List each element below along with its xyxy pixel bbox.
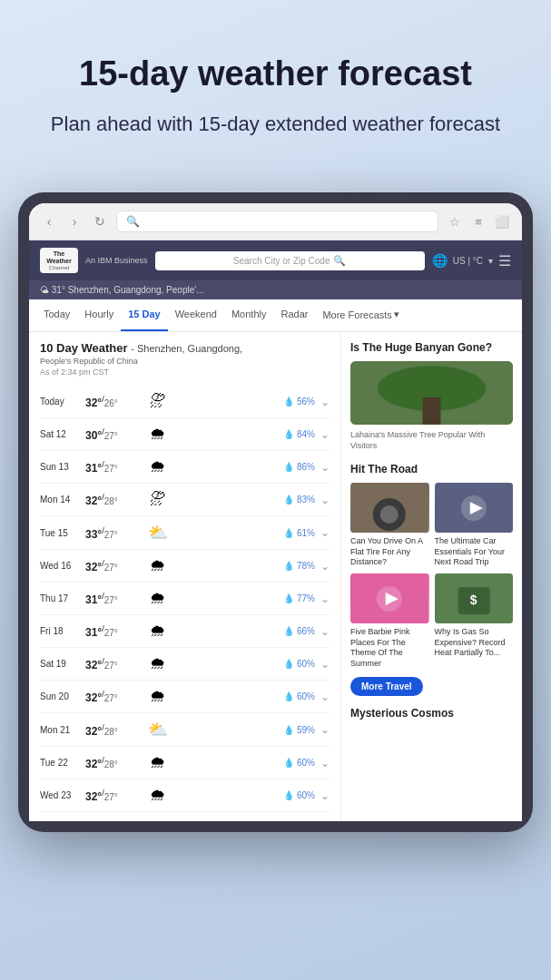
forecast-row-wed23[interactable]: Wed 23 32°/27° 🌧 💧 60% ⌄ [40,779,330,812]
hero-section: 15-day weather forecast Plan ahead with … [0,0,551,165]
tab-more-forecasts[interactable]: More Forecasts ▾ [315,299,406,331]
forecast-day-label: Tue 22 [40,758,80,768]
forecast-row-fri18[interactable]: Fri 18 31°/27° 🌧 💧 66% ⌄ [40,615,330,648]
locale-dropdown-icon[interactable]: ▾ [488,256,493,266]
forecast-temps: 32°/27° [85,690,140,704]
hero-title: 15-day weather forecast [36,54,515,94]
logo-line2: Weather [46,258,72,265]
forecast-panel: 10 Day Weather - Shenzhen, Guangdong, Pe… [29,332,340,821]
forecast-day-label: Sun 20 [40,691,80,701]
weather-icon: 🌧 [145,556,171,575]
forecast-row-sun13[interactable]: Sun 13 31°/27° 🌧 💧 86% ⌄ [40,451,330,484]
bookmark-icon[interactable]: ☆ [446,212,464,230]
tab-hourly[interactable]: Hourly [77,299,121,331]
banyan-article[interactable]: Lahaina's Massive Tree Popular With Visi… [350,361,513,451]
forecast-row-tue22[interactable]: Tue 22 32°/28° 🌧 💧 60% ⌄ [40,747,330,779]
hamburger-menu-icon[interactable]: ☰ [498,252,511,270]
forecast-row-wed16[interactable]: Wed 16 32°/27° 🌧 💧 78% ⌄ [40,550,330,583]
browser-icons-right: ☆ ≡ ⬜ [446,212,511,230]
expand-icon[interactable]: ⌄ [320,723,330,736]
forecast-row-mon14[interactable]: Mon 14 32°/28° ⛈ 💧 83% ⌄ [40,484,330,516]
precip-percent: 💧 56% [176,397,315,407]
precip-percent: 💧 60% [176,659,315,669]
expand-icon[interactable]: ⌄ [320,428,330,441]
forecast-day-label: Today [40,397,80,407]
precip-percent: 💧 66% [176,626,315,636]
forecast-title-main: 10 Day Weather [40,341,128,355]
expand-icon[interactable]: ⌄ [320,396,330,408]
precip-percent: 💧 59% [176,725,315,735]
forecast-as-of-time: As of 2:34 pm CST [40,368,330,377]
back-button[interactable]: ‹ [40,212,58,230]
flat-tire-article[interactable]: Can You Drive On A Flat Tire For Any Dis… [350,483,429,568]
forward-button[interactable]: › [65,212,84,230]
forecast-temps: 31°/27° [85,624,140,639]
precip-percent: 💧 77% [176,593,315,603]
tab-switcher-icon[interactable]: ⬜ [493,212,511,230]
forecast-location-detail: People's Republic of China [40,357,330,366]
car-essentials-text: The Ultimate Car Essentials For Your Nex… [435,536,514,568]
overflow-menu-icon[interactable]: ≡ [469,212,487,230]
forecast-row-today[interactable]: Today 32°/26° ⛈ 💧 56% ⌄ [40,386,330,418]
weather-icon: 🌧 [145,786,171,805]
location-name: Shenzhen, Guangdong, People'... [68,285,204,295]
hit-the-road-card: Hit The Road Can You [350,463,513,696]
expand-icon[interactable]: ⌄ [320,593,330,605]
tab-15day[interactable]: 15 Day [121,299,167,331]
url-bar[interactable]: 🔍 [116,211,438,232]
expand-icon[interactable]: ⌄ [320,625,330,638]
precip-percent: 💧 78% [176,561,315,571]
tab-today[interactable]: Today [36,299,77,331]
sidebar-panel: Is The Huge Banyan Gone? Lahaina's Massi… [340,332,522,821]
location-temp: 31° [52,285,68,295]
location-bar: 🌤 31° Shenzhen, Guangdong, People'... [29,280,522,299]
weather-icon: ⛈ [145,490,171,509]
forecast-day-label: Sat 19 [40,659,80,669]
mysterious-cosmos-card: Mysterious Cosmos [350,707,513,720]
forecast-row-sat12[interactable]: Sat 12 30°/27° 🌧 💧 84% ⌄ [40,418,330,451]
expand-icon[interactable]: ⌄ [320,560,330,573]
precip-percent: 💧 84% [176,429,315,439]
globe-icon[interactable]: 🌐 [432,253,448,268]
forecast-temps: 32°/26° [85,395,140,409]
expand-icon[interactable]: ⌄ [320,461,330,474]
svg-text:$: $ [469,593,477,607]
barbie-article[interactable]: Five Barbie Pink Places For The Theme Of… [350,573,429,670]
reload-button[interactable]: ↻ [91,212,109,230]
header-right-controls: 🌐 US | °C ▾ ☰ [432,252,511,270]
locale-text[interactable]: US | °C [453,256,483,266]
expand-icon[interactable]: ⌄ [320,789,330,802]
expand-icon[interactable]: ⌄ [320,494,330,506]
expand-icon[interactable]: ⌄ [320,526,330,539]
forecast-temps: 32°/27° [85,657,140,671]
precip-percent: 💧 60% [176,790,315,800]
forecast-row-thu17[interactable]: Thu 17 31°/27° 🌧 💧 77% ⌄ [40,583,330,615]
tab-weekend[interactable]: Weekend [168,299,224,331]
weather-app: The Weather Channel An IBM Business Sear… [29,240,522,821]
search-submit-icon[interactable]: 🔍 [333,255,346,267]
forecast-temps: 30°/27° [85,427,140,442]
precip-percent: 💧 60% [176,758,315,768]
barbie-text: Five Barbie Pink Places For The Theme Of… [350,627,429,670]
gas-article[interactable]: $ Why Is Gas So Expensive? Record Heat P… [435,573,514,670]
forecast-row-mon21[interactable]: Mon 21 32°/28° ⛅ 💧 59% ⌄ [40,713,330,747]
forecast-row-tue15[interactable]: Tue 15 33°/27° ⛅ 💧 61% ⌄ [40,516,330,550]
car-essentials-image [435,483,514,533]
search-icon: 🔍 [126,215,140,228]
tab-monthly[interactable]: Monthly [224,299,274,331]
weather-icon: ⛅ [145,523,171,543]
weather-app-header: The Weather Channel An IBM Business Sear… [29,240,522,280]
logo-line3: Channel [49,265,69,271]
forecast-row-sun20[interactable]: Sun 20 32°/27° 🌧 💧 60% ⌄ [40,681,330,713]
barbie-image [350,573,429,623]
expand-icon[interactable]: ⌄ [320,691,330,703]
expand-icon[interactable]: ⌄ [320,757,330,769]
expand-icon[interactable]: ⌄ [320,658,330,671]
forecast-row-sat19[interactable]: Sat 19 32°/27° 🌧 💧 60% ⌄ [40,648,330,681]
forecast-temps: 33°/27° [85,526,140,541]
car-essentials-article[interactable]: The Ultimate Car Essentials For Your Nex… [435,483,514,568]
tab-radar[interactable]: Radar [273,299,315,331]
city-search-bar[interactable]: Search City or Zip Code 🔍 [155,251,425,270]
more-travel-button[interactable]: More Travel [350,677,423,696]
banyan-article-text: Lahaina's Massive Tree Popular With Visi… [350,430,513,451]
